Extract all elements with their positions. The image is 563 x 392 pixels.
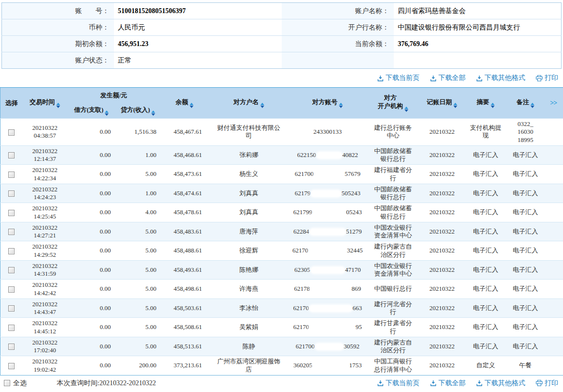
counterparty-name: 吴紫娟: [240, 323, 258, 331]
summary-cell: 电子汇入: [473, 323, 499, 331]
redaction-mask: [309, 305, 352, 312]
transaction-time: 14:25:45: [23, 213, 67, 220]
select-all-checkbox[interactable]: [4, 380, 10, 386]
row-checkbox[interactable]: [8, 152, 15, 158]
transaction-date: 20210322: [23, 243, 67, 251]
record-date: 20210322: [420, 260, 465, 280]
credit-amount: 5.00: [116, 260, 161, 280]
header-debit[interactable]: 借方(支取): [67, 103, 116, 119]
header-balance[interactable]: 余额: [161, 88, 209, 119]
row-checkbox[interactable]: [8, 363, 15, 369]
sort-icon[interactable]: [151, 110, 155, 116]
row-checkbox[interactable]: [8, 344, 15, 350]
record-date: 20210322: [420, 145, 465, 165]
header-counterparty-bank[interactable]: 对方 开户机构: [367, 88, 420, 119]
header-remark[interactable]: 备注: [507, 88, 544, 119]
summary-cell: 电子汇入: [473, 266, 499, 274]
credit-amount: 200.00: [116, 356, 161, 376]
download-all-link[interactable]: 下载全部: [430, 379, 466, 388]
download-all-link[interactable]: 下载全部: [430, 74, 466, 82]
transaction-time: 14:24:23: [23, 193, 67, 201]
header-counterparty-account[interactable]: 对方账号: [289, 88, 367, 119]
sort-icon[interactable]: [491, 103, 495, 108]
balance-amount: 458,493.61: [161, 260, 209, 280]
row-checkbox[interactable]: [8, 248, 15, 254]
remark-cell: 电子汇入: [513, 189, 538, 197]
summary-cell: 电子汇入: [473, 247, 499, 254]
download-icon: [377, 75, 384, 81]
download-current-page-link[interactable]: 下载当前页: [377, 74, 419, 82]
sort-icon[interactable]: [190, 103, 193, 108]
transaction-time: 04:38:57: [23, 132, 67, 140]
counterparty-name: 陈静: [242, 343, 255, 350]
row-checkbox[interactable]: [8, 129, 15, 136]
row-checkbox[interactable]: [8, 190, 15, 197]
redaction-mask: [314, 172, 344, 178]
credit-amount: 1.00: [116, 145, 161, 165]
redaction-mask: [315, 344, 343, 350]
remark-cell: 电子汇入: [513, 343, 538, 350]
debit-amount: 0.00: [67, 280, 116, 299]
counterparty-name: 唐海萍: [240, 228, 258, 235]
row-checkbox[interactable]: [8, 210, 15, 216]
sort-icon[interactable]: [260, 103, 264, 108]
counterparty-name: 财付通支付科技有限公司: [217, 124, 281, 140]
sort-icon[interactable]: [339, 103, 343, 108]
record-date: 20210322: [420, 280, 465, 299]
balance-amount: 458,473.61: [161, 165, 209, 184]
credit-amount: 5.00: [116, 298, 161, 318]
print-link[interactable]: 打印: [536, 74, 558, 82]
header-summary[interactable]: 摘要: [465, 88, 507, 119]
print-link[interactable]: 打印: [536, 379, 558, 388]
counterparty-account: 62170663: [293, 304, 362, 312]
header-transaction-time[interactable]: 交易时间: [23, 88, 67, 119]
counterparty-account: 62179505243: [295, 189, 361, 197]
sort-icon[interactable]: [56, 103, 60, 108]
transaction-date: 20210322: [23, 204, 67, 212]
account-number-label: 账 号：: [2, 3, 114, 19]
transaction-date: 20210322: [23, 124, 67, 132]
table-row: 2021032214:45:120.005.00458,508.61吴紫娟621…: [0, 318, 563, 337]
row-checkbox[interactable]: [8, 286, 15, 293]
record-date: 20210322: [420, 203, 465, 222]
remark-cell: 电子汇入: [513, 228, 538, 235]
summary-cell: 电子汇入: [473, 208, 499, 216]
table-row: 2021032214:31:590.005.00458,493.61陈艳娜623…: [0, 260, 563, 280]
account-status-label: 账户状态：: [2, 52, 114, 69]
debit-amount: 0.00: [67, 222, 116, 241]
row-checkbox[interactable]: [8, 267, 15, 273]
printer-icon: [536, 75, 543, 81]
header-credit[interactable]: 贷方(收入): [116, 103, 161, 119]
credit-amount: 5.00: [116, 337, 161, 356]
row-checkbox[interactable]: [8, 305, 15, 312]
sort-icon[interactable]: [105, 110, 109, 116]
header-more-columns[interactable]: >>: [544, 88, 563, 119]
counterparty-account: 6217095: [293, 323, 362, 330]
summary-cell: 自定义: [476, 361, 495, 369]
sort-icon[interactable]: [453, 103, 457, 108]
sort-icon[interactable]: [404, 107, 408, 112]
header-record-date[interactable]: 记账日期: [420, 88, 465, 119]
debit-amount: 0.00: [67, 318, 116, 337]
summary-cell: 电子汇入: [473, 170, 499, 178]
header-counterparty-name[interactable]: 对方户名: [209, 88, 289, 119]
row-checkbox[interactable]: [8, 172, 15, 178]
download-other-format-link[interactable]: 下载其他格式: [476, 74, 525, 82]
download-current-page-link[interactable]: 下载当前页: [377, 379, 419, 388]
redaction-mask: [313, 210, 346, 216]
sort-icon[interactable]: [531, 103, 534, 108]
debit-amount: 0.00: [67, 119, 116, 146]
currency-value: 人民币元: [114, 19, 282, 36]
download-other-format-link[interactable]: 下载其他格式: [476, 379, 525, 388]
table-row: 2021032214:27:210.005.00458,483.61唐海萍622…: [0, 222, 563, 241]
credit-amount: 5.00: [116, 318, 161, 337]
more-columns-icon[interactable]: >>: [550, 99, 557, 107]
counterparty-name: 张莉娜: [240, 151, 258, 159]
redaction-mask: [317, 152, 342, 158]
row-checkbox[interactable]: [8, 325, 15, 331]
debit-amount: 0.00: [67, 356, 116, 376]
row-checkbox[interactable]: [8, 229, 15, 235]
counterparty-account: 62170057679: [295, 170, 361, 177]
credit-amount: 4.00: [116, 203, 161, 222]
summary-cell: 电子汇入: [473, 285, 499, 293]
